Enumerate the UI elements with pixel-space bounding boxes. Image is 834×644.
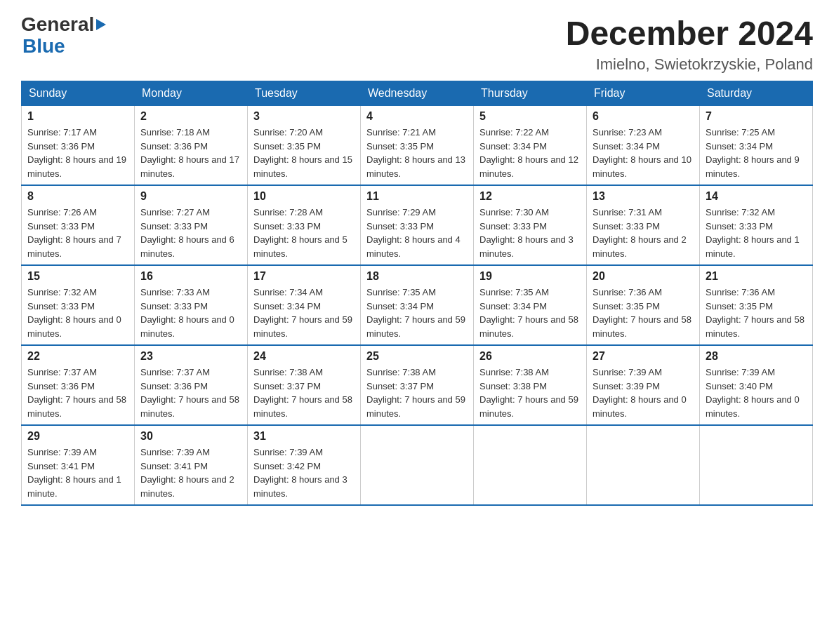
table-row: 14Sunrise: 7:32 AMSunset: 3:33 PMDayligh… — [700, 185, 813, 265]
col-monday: Monday — [135, 81, 248, 106]
day-number: 25 — [366, 350, 468, 363]
day-info: Sunrise: 7:39 AMSunset: 3:41 PMDaylight:… — [140, 445, 241, 500]
day-number: 27 — [593, 350, 694, 363]
calendar-table: Sunday Monday Tuesday Wednesday Thursday… — [21, 81, 813, 506]
table-row: 9Sunrise: 7:27 AMSunset: 3:33 PMDaylight… — [135, 185, 248, 265]
day-number: 6 — [593, 110, 694, 123]
calendar-week-row: 15Sunrise: 7:32 AMSunset: 3:33 PMDayligh… — [22, 265, 813, 345]
table-row: 13Sunrise: 7:31 AMSunset: 3:33 PMDayligh… — [587, 185, 700, 265]
day-info: Sunrise: 7:22 AMSunset: 3:34 PMDaylight:… — [479, 126, 581, 180]
table-row: 21Sunrise: 7:36 AMSunset: 3:35 PMDayligh… — [700, 265, 813, 345]
table-row: 5Sunrise: 7:22 AMSunset: 3:34 PMDaylight… — [474, 106, 587, 186]
table-row: 20Sunrise: 7:36 AMSunset: 3:35 PMDayligh… — [587, 265, 700, 345]
table-row — [474, 425, 587, 505]
day-number: 17 — [253, 270, 355, 283]
day-number: 2 — [140, 110, 241, 123]
table-row: 22Sunrise: 7:37 AMSunset: 3:36 PMDayligh… — [22, 345, 135, 425]
table-row: 27Sunrise: 7:39 AMSunset: 3:39 PMDayligh… — [587, 345, 700, 425]
col-sunday: Sunday — [22, 81, 135, 106]
calendar-week-row: 8Sunrise: 7:26 AMSunset: 3:33 PMDaylight… — [22, 185, 813, 265]
table-row: 28Sunrise: 7:39 AMSunset: 3:40 PMDayligh… — [700, 345, 813, 425]
day-info: Sunrise: 7:31 AMSunset: 3:33 PMDaylight:… — [593, 206, 694, 260]
table-row: 15Sunrise: 7:32 AMSunset: 3:33 PMDayligh… — [22, 265, 135, 345]
table-row: 11Sunrise: 7:29 AMSunset: 3:33 PMDayligh… — [361, 185, 474, 265]
table-row: 8Sunrise: 7:26 AMSunset: 3:33 PMDaylight… — [22, 185, 135, 265]
day-number: 31 — [253, 430, 355, 443]
calendar-week-row: 29Sunrise: 7:39 AMSunset: 3:41 PMDayligh… — [22, 425, 813, 505]
day-info: Sunrise: 7:23 AMSunset: 3:34 PMDaylight:… — [593, 126, 694, 180]
day-number: 7 — [706, 110, 807, 123]
day-number: 12 — [479, 190, 581, 203]
day-info: Sunrise: 7:34 AMSunset: 3:34 PMDaylight:… — [253, 286, 355, 340]
table-row: 24Sunrise: 7:38 AMSunset: 3:37 PMDayligh… — [248, 345, 361, 425]
day-info: Sunrise: 7:35 AMSunset: 3:34 PMDaylight:… — [366, 286, 468, 340]
day-number: 3 — [253, 110, 355, 123]
day-info: Sunrise: 7:38 AMSunset: 3:38 PMDaylight:… — [479, 365, 581, 420]
table-row — [700, 425, 813, 505]
day-number: 4 — [366, 110, 468, 123]
table-row: 6Sunrise: 7:23 AMSunset: 3:34 PMDaylight… — [587, 106, 700, 186]
table-row: 1Sunrise: 7:17 AMSunset: 3:36 PMDaylight… — [22, 106, 135, 186]
day-info: Sunrise: 7:37 AMSunset: 3:36 PMDaylight:… — [140, 365, 241, 420]
table-row: 23Sunrise: 7:37 AMSunset: 3:36 PMDayligh… — [135, 345, 248, 425]
day-number: 30 — [140, 430, 241, 443]
day-number: 22 — [27, 350, 128, 363]
table-row: 25Sunrise: 7:38 AMSunset: 3:37 PMDayligh… — [361, 345, 474, 425]
table-row: 4Sunrise: 7:21 AMSunset: 3:35 PMDaylight… — [361, 106, 474, 186]
table-row: 31Sunrise: 7:39 AMSunset: 3:42 PMDayligh… — [248, 425, 361, 505]
day-number: 19 — [479, 270, 581, 283]
logo-blue: Blue — [21, 36, 106, 58]
table-row: 2Sunrise: 7:18 AMSunset: 3:36 PMDaylight… — [135, 106, 248, 186]
header-row: Sunday Monday Tuesday Wednesday Thursday… — [22, 81, 813, 106]
day-info: Sunrise: 7:39 AMSunset: 3:42 PMDaylight:… — [253, 445, 355, 500]
table-row: 3Sunrise: 7:20 AMSunset: 3:35 PMDaylight… — [248, 106, 361, 186]
table-row: 19Sunrise: 7:35 AMSunset: 3:34 PMDayligh… — [474, 265, 587, 345]
table-row: 30Sunrise: 7:39 AMSunset: 3:41 PMDayligh… — [135, 425, 248, 505]
day-number: 24 — [253, 350, 355, 363]
day-info: Sunrise: 7:36 AMSunset: 3:35 PMDaylight:… — [706, 286, 807, 340]
table-row: 16Sunrise: 7:33 AMSunset: 3:33 PMDayligh… — [135, 265, 248, 345]
logo-general: General — [21, 14, 94, 36]
col-wednesday: Wednesday — [361, 81, 474, 106]
day-info: Sunrise: 7:35 AMSunset: 3:34 PMDaylight:… — [479, 286, 581, 340]
day-info: Sunrise: 7:30 AMSunset: 3:33 PMDaylight:… — [479, 206, 581, 260]
day-number: 26 — [479, 350, 581, 363]
day-number: 14 — [706, 190, 807, 203]
calendar-week-row: 22Sunrise: 7:37 AMSunset: 3:36 PMDayligh… — [22, 345, 813, 425]
day-info: Sunrise: 7:38 AMSunset: 3:37 PMDaylight:… — [253, 365, 355, 420]
calendar-week-row: 1Sunrise: 7:17 AMSunset: 3:36 PMDaylight… — [22, 106, 813, 186]
col-saturday: Saturday — [700, 81, 813, 106]
day-info: Sunrise: 7:21 AMSunset: 3:35 PMDaylight:… — [366, 126, 468, 180]
day-info: Sunrise: 7:39 AMSunset: 3:41 PMDaylight:… — [27, 445, 128, 500]
table-row: 18Sunrise: 7:35 AMSunset: 3:34 PMDayligh… — [361, 265, 474, 345]
table-row: 17Sunrise: 7:34 AMSunset: 3:34 PMDayligh… — [248, 265, 361, 345]
day-number: 18 — [366, 270, 468, 283]
day-info: Sunrise: 7:28 AMSunset: 3:33 PMDaylight:… — [253, 206, 355, 260]
day-info: Sunrise: 7:32 AMSunset: 3:33 PMDaylight:… — [706, 206, 807, 260]
day-number: 9 — [140, 190, 241, 203]
day-number: 13 — [593, 190, 694, 203]
col-thursday: Thursday — [474, 81, 587, 106]
title-block: December 2024 Imielno, Swietokrzyskie, P… — [566, 14, 813, 74]
table-row: 12Sunrise: 7:30 AMSunset: 3:33 PMDayligh… — [474, 185, 587, 265]
day-info: Sunrise: 7:39 AMSunset: 3:39 PMDaylight:… — [593, 365, 694, 420]
day-info: Sunrise: 7:18 AMSunset: 3:36 PMDaylight:… — [140, 126, 241, 180]
table-row — [587, 425, 700, 505]
table-row — [361, 425, 474, 505]
col-tuesday: Tuesday — [248, 81, 361, 106]
day-number: 20 — [593, 270, 694, 283]
day-number: 29 — [27, 430, 128, 443]
day-info: Sunrise: 7:25 AMSunset: 3:34 PMDaylight:… — [706, 126, 807, 180]
table-row: 29Sunrise: 7:39 AMSunset: 3:41 PMDayligh… — [22, 425, 135, 505]
day-number: 28 — [706, 350, 807, 363]
day-info: Sunrise: 7:36 AMSunset: 3:35 PMDaylight:… — [593, 286, 694, 340]
day-number: 1 — [27, 110, 128, 123]
day-info: Sunrise: 7:39 AMSunset: 3:40 PMDaylight:… — [706, 365, 807, 420]
day-number: 10 — [253, 190, 355, 203]
day-number: 23 — [140, 350, 241, 363]
day-info: Sunrise: 7:32 AMSunset: 3:33 PMDaylight:… — [27, 286, 128, 340]
table-row: 7Sunrise: 7:25 AMSunset: 3:34 PMDaylight… — [700, 106, 813, 186]
day-info: Sunrise: 7:38 AMSunset: 3:37 PMDaylight:… — [366, 365, 468, 420]
day-number: 21 — [706, 270, 807, 283]
day-number: 11 — [366, 190, 468, 203]
